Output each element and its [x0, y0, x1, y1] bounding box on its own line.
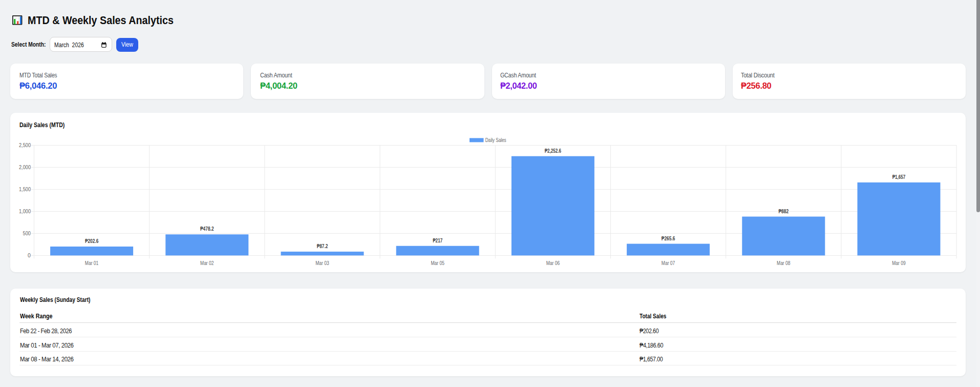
svg-text:Mar 09: Mar 09 — [892, 259, 906, 266]
svg-text:500: 500 — [23, 230, 31, 236]
svg-text:1,000: 1,000 — [19, 208, 31, 214]
svg-text:Mar 03: Mar 03 — [315, 259, 329, 266]
svg-text:Mar 08: Mar 08 — [777, 259, 791, 266]
svg-text:2,500: 2,500 — [19, 142, 31, 148]
svg-text:₱478.2: ₱478.2 — [200, 226, 214, 232]
svg-text:₱2,252.6: ₱2,252.6 — [545, 147, 561, 153]
svg-text:2,000: 2,000 — [19, 164, 31, 170]
svg-text:₱87.2: ₱87.2 — [317, 242, 328, 249]
svg-text:₱202.6: ₱202.6 — [85, 238, 98, 244]
svg-text:Mar 02: Mar 02 — [200, 259, 214, 266]
svg-text:1,500: 1,500 — [19, 186, 31, 192]
svg-text:Daily Sales: Daily Sales — [485, 137, 506, 143]
svg-text:₱217: ₱217 — [433, 237, 442, 243]
svg-text:Mar 06: Mar 06 — [546, 259, 560, 266]
svg-text:₱882: ₱882 — [779, 208, 789, 214]
svg-text:0: 0 — [28, 252, 31, 258]
svg-text:Mar 07: Mar 07 — [662, 259, 675, 266]
svg-text:₱1,657: ₱1,657 — [892, 173, 906, 179]
svg-text:₱265.6: ₱265.6 — [662, 235, 675, 241]
svg-text:Mar 05: Mar 05 — [431, 259, 444, 266]
svg-text:Mar 01: Mar 01 — [85, 259, 99, 266]
